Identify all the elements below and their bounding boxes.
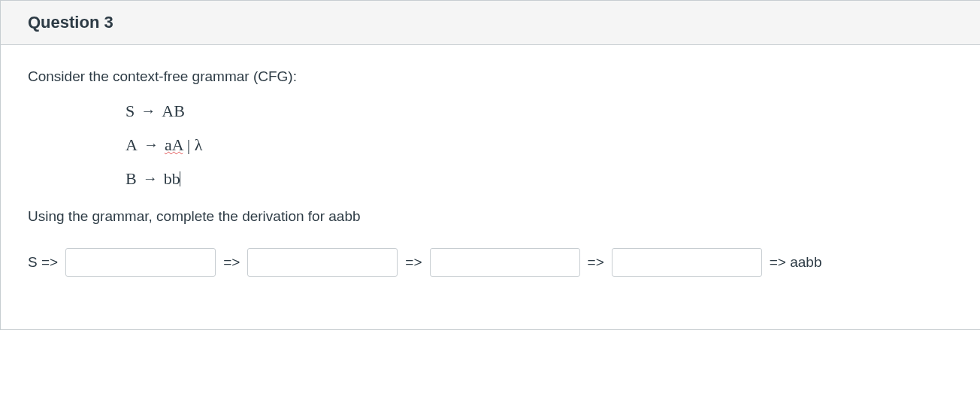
derivation-input-3[interactable] — [430, 248, 580, 277]
rule-2-left: A — [126, 132, 138, 157]
derivation-input-2[interactable] — [247, 248, 398, 277]
intro-text: Consider the context-free grammar (CFG): — [28, 66, 953, 88]
rule-3-right: bb — [164, 169, 180, 188]
question-header: Question 3 — [1, 1, 980, 45]
arrow-icon: → — [144, 133, 159, 156]
derivation-row: S => => => => => aabb — [28, 248, 953, 277]
rule-1-left: S — [126, 98, 135, 123]
derivation-final: => aabb — [770, 252, 822, 274]
grammar-rule-1: S → AB — [126, 98, 953, 123]
derivation-sep-1: => — [223, 252, 240, 274]
derivation-input-4[interactable] — [612, 248, 762, 277]
rule-2-right-b: λ — [195, 135, 203, 154]
instruction-text: Using the grammar, complete the derivati… — [28, 206, 953, 228]
derivation-sep-2: => — [405, 252, 422, 274]
derivation-sep-3: => — [588, 252, 604, 274]
rule-1-right: AB — [162, 98, 185, 123]
grammar-rules: S → AB A → aA | λ B → bb — [126, 98, 953, 191]
grammar-rule-2: A → aA | λ — [126, 132, 953, 157]
text-cursor-icon — [180, 171, 180, 186]
rule-3-left: B — [126, 166, 137, 191]
rule-2-sep: | — [183, 135, 194, 154]
arrow-icon: → — [143, 167, 158, 189]
question-container: Question 3 Consider the context-free gra… — [0, 0, 980, 330]
derivation-start: S => — [28, 252, 58, 274]
question-title: Question 3 — [28, 13, 953, 32]
rule-2-right-a: aA — [165, 135, 183, 154]
grammar-rule-3: B → bb — [126, 166, 953, 191]
question-body: Consider the context-free grammar (CFG):… — [1, 45, 980, 329]
derivation-input-1[interactable] — [65, 248, 216, 277]
arrow-icon: → — [141, 99, 156, 122]
